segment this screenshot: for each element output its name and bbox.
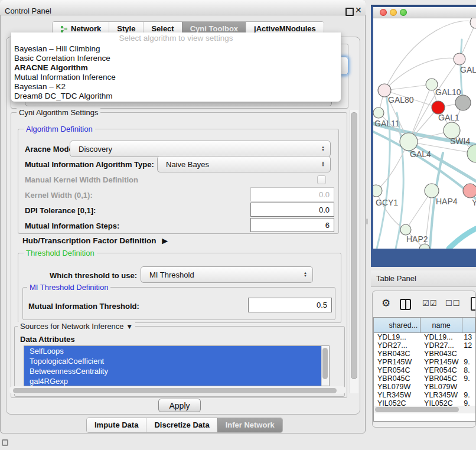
data-attribute-item[interactable]: gal4RGexp <box>24 376 329 386</box>
minimize-traffic-light[interactable] <box>390 9 397 16</box>
network-node[interactable] <box>373 185 382 197</box>
table-cell: YDL19... <box>420 333 462 341</box>
table-cell: YLR345W <box>420 391 462 399</box>
which-threshold-value: MI Threshold <box>149 270 194 279</box>
column-header[interactable]: shared... <box>374 318 420 332</box>
close-icon[interactable]: ✕ <box>355 5 362 15</box>
spinner-arrows-icon: ▲▼ <box>304 272 307 278</box>
tab-infer-network[interactable]: Infer Network <box>217 418 282 432</box>
expand-right-icon: ▶ <box>162 236 168 245</box>
algorithm-option[interactable]: Dream8 DC_TDC Algorithm <box>11 92 341 101</box>
table-row[interactable]: YPR145WYPR145W9. <box>374 358 475 366</box>
table-hscrollbar-track[interactable] <box>374 406 475 413</box>
manual-kernel-checkbox[interactable] <box>317 175 326 184</box>
apply-button[interactable]: Apply <box>158 399 201 412</box>
network-node[interactable] <box>454 53 465 65</box>
algorithm-option[interactable]: Bayesian – K2 <box>11 82 341 92</box>
network-window-titlebar <box>373 7 476 18</box>
control-panel-title: Control Panel <box>5 6 51 15</box>
gear-icon[interactable]: ⚙ <box>382 297 390 309</box>
network-edge <box>449 229 476 249</box>
network-node[interactable] <box>467 145 476 162</box>
network-node[interactable] <box>400 224 411 235</box>
algorithm-option[interactable]: ARACNE Algorithm <box>11 63 341 73</box>
sources-title[interactable]: Sources for Network Inference ▼ <box>18 322 135 331</box>
network-edge <box>384 84 432 90</box>
network-node[interactable] <box>373 107 384 118</box>
mi-threshold-label: Mutual Information Threshold: <box>28 302 139 311</box>
dpi-tolerance-label: DPI Tolerance [0,1]: <box>25 206 96 215</box>
kernel-width-field[interactable]: 0.0 <box>250 187 334 201</box>
network-canvas-svg: GALGAL80GAL10GAL1GAL11SWI4GAL4GCY1HAP4YH… <box>373 18 476 249</box>
algorithm-option[interactable]: Bayesian – Hill Climbing <box>11 44 341 54</box>
network-node[interactable] <box>432 101 445 114</box>
hub-definition-expander[interactable]: Hub/Transcription Factor Definition ▶ <box>22 236 168 245</box>
mi-type-label: Mutual Information Algorithm Type: <box>25 160 154 169</box>
network-node-label: GAL4 <box>410 149 431 159</box>
node-table: shared...name YDL19...YDL19...13YDR27...… <box>373 317 476 422</box>
tab-discretize-data[interactable]: Discretize Data <box>146 418 217 432</box>
mi-type-combo[interactable]: Naive Bayes ▲▼ <box>157 156 331 172</box>
list-scrollbar-thumb[interactable] <box>322 348 328 379</box>
table-hscrollbar-thumb[interactable] <box>375 407 459 412</box>
table-row[interactable]: YIL052CYIL052C9. <box>374 399 475 406</box>
algorithm-option[interactable]: Mutual Information Inference <box>11 73 341 82</box>
select-all-icon[interactable]: ☑☑ <box>422 299 437 308</box>
close-traffic-light[interactable] <box>380 9 387 16</box>
bottom-tabs: Impute Data Discretize Data Infer Networ… <box>86 418 283 433</box>
mi-steps-field[interactable]: 6 <box>250 218 334 232</box>
network-node-label: GAL80 <box>388 95 414 105</box>
mi-threshold-field[interactable]: 0.5 <box>248 298 332 312</box>
network-canvas[interactable]: GALGAL80GAL10GAL1GAL11SWI4GAL4GCY1HAP4YH… <box>373 18 476 249</box>
table-cell: YDR27... <box>420 341 462 350</box>
table-cell: 9. <box>462 399 475 406</box>
algorithm-option[interactable]: Basic Correlation Inference <box>11 54 341 63</box>
network-node[interactable] <box>425 184 439 198</box>
data-attribute-item[interactable]: BetweennessCentrality <box>24 366 329 376</box>
minimized-panel-icon[interactable] <box>2 439 8 446</box>
column-header[interactable] <box>462 318 475 332</box>
network-node[interactable] <box>419 244 430 249</box>
algorithm-dropdown: Select algorithm to view settings Bayesi… <box>11 32 341 102</box>
table-panel-title: Table Panel <box>376 274 416 283</box>
spinner-arrows-icon: ▲▼ <box>321 161 325 167</box>
float-window-icon[interactable] <box>345 8 354 16</box>
network-node[interactable] <box>455 95 471 110</box>
panel-scrollbar-thumb[interactable] <box>351 112 357 379</box>
file-icon[interactable] <box>471 297 476 311</box>
table-cell: YBL079W <box>420 383 462 391</box>
aracne-mode-combo[interactable]: Discovery ▲▼ <box>70 141 331 157</box>
table-cell: YDL19... <box>374 333 420 341</box>
network-node-label: GCY1 <box>376 198 398 207</box>
hscrollbar-thumb[interactable] <box>13 388 337 393</box>
network-node[interactable] <box>463 184 476 198</box>
aracne-mode-value: Discovery <box>79 145 112 154</box>
dpi-tolerance-field[interactable]: 0.0 <box>250 203 334 217</box>
splitpane-grip[interactable] <box>366 219 368 224</box>
data-attributes-list[interactable]: SelfLoopsTopologicalCoefficientBetweenne… <box>24 345 330 386</box>
network-node[interactable] <box>470 18 476 28</box>
data-attribute-item[interactable]: TopologicalCoefficient <box>24 356 329 366</box>
column-header[interactable]: name <box>420 318 462 332</box>
table-cell: YPR145W <box>420 358 462 366</box>
collapse-down-icon: ▼ <box>126 322 133 331</box>
table-cell: YLR345W <box>374 391 420 399</box>
data-attribute-item[interactable]: SelfLoops <box>24 346 329 356</box>
network-node-label: GAL <box>460 65 476 74</box>
table-row[interactable]: YDL19...YDL19...13 <box>374 333 475 341</box>
tab-impute-data[interactable]: Impute Data <box>87 418 146 432</box>
columns-icon[interactable] <box>400 299 411 310</box>
table-cell: YBL079W <box>374 383 420 391</box>
table-row[interactable]: YER054CYER054C8. <box>374 366 475 374</box>
table-row[interactable]: YDR27...YDR27...12 <box>374 341 475 350</box>
network-node[interactable] <box>400 133 418 151</box>
table-cell: YIL052C <box>374 399 420 406</box>
table-row[interactable]: YBR043CYBR043C <box>374 350 475 358</box>
zoom-traffic-light[interactable] <box>400 9 407 16</box>
cyni-settings-title: Cyni Algorithm Settings <box>17 108 100 117</box>
deselect-all-icon[interactable]: ☐☐ <box>445 299 460 308</box>
which-threshold-combo[interactable]: MI Threshold ▲▼ <box>141 266 313 283</box>
table-row[interactable]: YBL079WYBL079W <box>374 383 475 391</box>
table-row[interactable]: YBR045CYBR045C9. <box>374 374 475 383</box>
table-row[interactable]: YLR345WYLR345W9. <box>374 391 475 399</box>
